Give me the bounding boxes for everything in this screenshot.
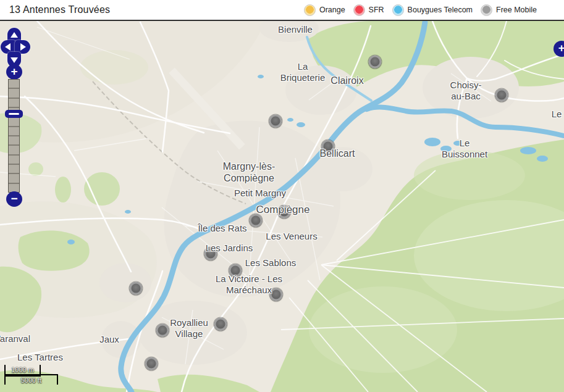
legend-label: Bouygues Telecom <box>408 6 473 14</box>
operator-legend: OrangeSFRBouygues TelecomFree Mobile <box>304 4 564 16</box>
antenna-marker[interactable] <box>145 357 158 370</box>
legend-label: Orange <box>319 6 345 14</box>
scale-imperial: 5000 ft <box>4 374 58 385</box>
operator-dot-icon <box>353 4 365 16</box>
legend-item: Free Mobile <box>481 4 537 16</box>
antenna-marker[interactable] <box>214 318 227 331</box>
zoom-slider-track[interactable] <box>8 79 20 193</box>
legend-item: Bouygues Telecom <box>392 4 473 16</box>
legend-item: Orange <box>304 4 345 16</box>
zoom-out-button[interactable]: − <box>6 191 22 207</box>
antenna-marker[interactable] <box>156 324 169 337</box>
operator-dot-icon <box>392 4 404 16</box>
legend-label: Free Mobile <box>496 6 537 14</box>
operator-dot-icon <box>304 4 316 16</box>
antenna-marker[interactable] <box>322 140 335 153</box>
antenna-marker[interactable] <box>278 206 291 219</box>
map-canvas[interactable]: BienvilleLa BriqueterieClairoixChoisy- a… <box>0 21 564 392</box>
antenna-marker[interactable] <box>270 288 283 301</box>
header-bar: 13 Antennes Trouvées OrangeSFRBouygues T… <box>0 0 564 21</box>
antenna-marker[interactable] <box>269 115 282 128</box>
antenna-marker[interactable] <box>250 214 263 227</box>
legend-label: SFR <box>369 6 384 14</box>
antenna-marker[interactable] <box>369 56 382 69</box>
antenna-marker[interactable] <box>495 89 508 102</box>
operator-dot-icon <box>481 4 492 16</box>
antenna-marker[interactable] <box>204 248 217 261</box>
legend-item: SFR <box>353 4 384 16</box>
zoom-slider-handle[interactable] <box>5 110 23 118</box>
antenna-marker[interactable] <box>130 282 143 295</box>
page-title: 13 Antennes Trouvées <box>0 4 110 15</box>
zoom-in-button[interactable]: + <box>6 64 22 80</box>
antenna-marker[interactable] <box>229 264 242 277</box>
